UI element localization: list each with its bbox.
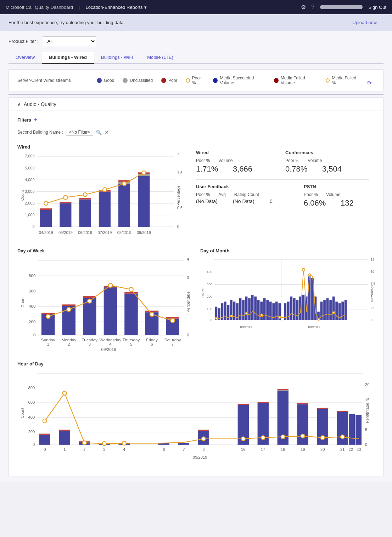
svg-rect-206: [258, 402, 269, 403]
app-title: Microsoft Call Quality Dashboard: [6, 5, 73, 10]
hod-chart: Hour of Day 0 200 400 600 800 0 5 10 15: [17, 361, 375, 462]
conf-volume-label: Volume: [308, 158, 322, 163]
svg-rect-216: [349, 414, 355, 445]
svg-point-165: [279, 316, 281, 318]
svg-text:19: 19: [301, 447, 305, 452]
svg-rect-154: [326, 298, 329, 320]
svg-text:8: 8: [202, 447, 205, 452]
dom-chart: Day of Month 0 100 200 300 400 0: [200, 248, 375, 353]
svg-text:0.5: 0.5: [177, 206, 182, 210]
svg-text:04/2019: 04/2019: [39, 230, 53, 235]
svg-text:1: 1: [187, 313, 189, 318]
svg-rect-130: [251, 295, 254, 320]
svg-text:800: 800: [28, 386, 35, 390]
wired-chart-svg: 0 1,000 2,000 3,000 4,000 5,000 7,000 0 …: [17, 152, 182, 239]
legend-poor-pct: Poor %: [186, 75, 205, 85]
svg-text:800: 800: [29, 273, 36, 278]
svg-text:7: 7: [172, 342, 174, 346]
poor-pct-dot: [186, 78, 190, 83]
svg-text:08/2019: 08/2019: [117, 230, 131, 235]
conf-poor-pct-label: Poor %: [285, 158, 299, 163]
svg-text:3: 3: [89, 342, 91, 346]
conf-poor-pct-value: 0.78%: [285, 164, 314, 174]
svg-rect-24: [79, 198, 91, 199]
signout-button[interactable]: Sign Out: [368, 5, 386, 10]
settings-icon[interactable]: ⚙: [301, 4, 306, 11]
svg-text:6: 6: [163, 447, 165, 452]
svg-rect-20: [40, 208, 52, 210]
user-feedback-stats: User Feedback Poor % Avg Rating Count (N…: [196, 184, 298, 208]
svg-rect-128: [245, 297, 248, 320]
audio-quality-section-header[interactable]: ∧ Audio - Quality: [9, 97, 383, 111]
svg-rect-143: [293, 298, 296, 320]
svg-text:0: 0: [33, 443, 35, 447]
svg-point-34: [63, 196, 67, 200]
upload-link[interactable]: Upload now →: [352, 20, 383, 25]
svg-text:09/2019: 09/2019: [308, 325, 320, 329]
svg-rect-213: [317, 408, 328, 409]
edit-link[interactable]: Edit: [367, 80, 375, 85]
filter-row: Second Building Name : <No Filter> 🔍 ✕: [17, 129, 375, 136]
svg-text:Percentage: Percentage: [365, 403, 369, 423]
wired-chart: Wired 0 1,000 2,000 3,000 4,000: [17, 144, 182, 240]
svg-text:Count: Count: [20, 408, 24, 419]
svg-text:3: 3: [103, 447, 105, 452]
svg-text:7: 7: [183, 447, 185, 452]
wired-volume-value: 3,666: [233, 164, 261, 174]
svg-rect-215: [337, 411, 348, 412]
svg-text:Percentage: Percentage: [186, 291, 190, 313]
svg-rect-191: [39, 435, 50, 445]
svg-text:0: 0: [211, 318, 212, 322]
svg-text:5,000: 5,000: [25, 166, 35, 170]
filters-section: Filters + Second Building Name : <No Fil…: [17, 117, 375, 136]
svg-text:0: 0: [365, 443, 367, 447]
legend-poor: Poor: [161, 78, 177, 83]
svg-rect-157: [335, 302, 338, 320]
product-filter-select[interactable]: All Teams Skype for Business: [43, 37, 96, 46]
svg-rect-21: [60, 203, 71, 227]
svg-point-78: [67, 307, 71, 312]
filter-clear-icon[interactable]: ✕: [105, 129, 109, 135]
svg-text:08/2019: 08/2019: [240, 325, 252, 329]
svg-rect-210: [297, 404, 308, 445]
charts-row-2: Day of Week 0 200 400 600 800 0: [17, 248, 375, 353]
conferences-title: Conferences: [285, 150, 369, 155]
svg-text:3: 3: [187, 275, 189, 280]
svg-point-228: [321, 436, 325, 440]
filter-search-icon[interactable]: 🔍: [96, 130, 102, 135]
svg-text:09/2019: 09/2019: [193, 455, 207, 459]
tab-overview[interactable]: Overview: [9, 52, 42, 64]
section-divider: [9, 94, 383, 95]
svg-point-80: [108, 283, 113, 287]
media-failed-vol-dot: [274, 78, 279, 83]
svg-rect-144: [296, 300, 299, 320]
tab-mobile-lte[interactable]: Mobile (LTE): [140, 52, 180, 64]
dom-chart-title: Day of Month: [200, 248, 375, 253]
conferences-stats: Conferences Poor % Volume 0.78% 3,504: [285, 150, 369, 174]
chevron-up-icon: ∧: [17, 101, 21, 107]
svg-text:1,000: 1,000: [25, 213, 35, 217]
svg-rect-72: [124, 292, 138, 294]
svg-text:400: 400: [28, 415, 35, 419]
svg-text:0: 0: [187, 332, 189, 337]
svg-text:5: 5: [130, 342, 133, 346]
section-title: Audio - Quality: [24, 101, 56, 107]
add-filter-icon[interactable]: +: [34, 117, 37, 123]
svg-text:0: 0: [371, 318, 373, 322]
svg-text:Percentage: Percentage: [370, 285, 374, 302]
svg-text:4: 4: [109, 342, 112, 346]
svg-rect-124: [233, 302, 236, 320]
svg-text:07/2019: 07/2019: [97, 230, 112, 235]
tab-buildings-wired[interactable]: Buildings - Wired: [42, 52, 94, 64]
tab-buildings-wifi[interactable]: Buildings - WiFi: [94, 52, 140, 64]
svg-text:21: 21: [340, 447, 345, 452]
svg-text:Count: Count: [20, 190, 24, 201]
svg-text:22: 22: [349, 447, 353, 452]
app-header: Microsoft Call Quality Dashboard | Locat…: [0, 0, 392, 14]
banner-text: For the best experience, try uploading y…: [9, 20, 125, 25]
svg-rect-138: [275, 302, 278, 320]
svg-text:2: 2: [68, 342, 70, 346]
svg-point-36: [103, 188, 107, 191]
help-icon[interactable]: ?: [312, 4, 315, 10]
nav-menu[interactable]: Location-Enhanced Reports ▾: [85, 5, 146, 10]
